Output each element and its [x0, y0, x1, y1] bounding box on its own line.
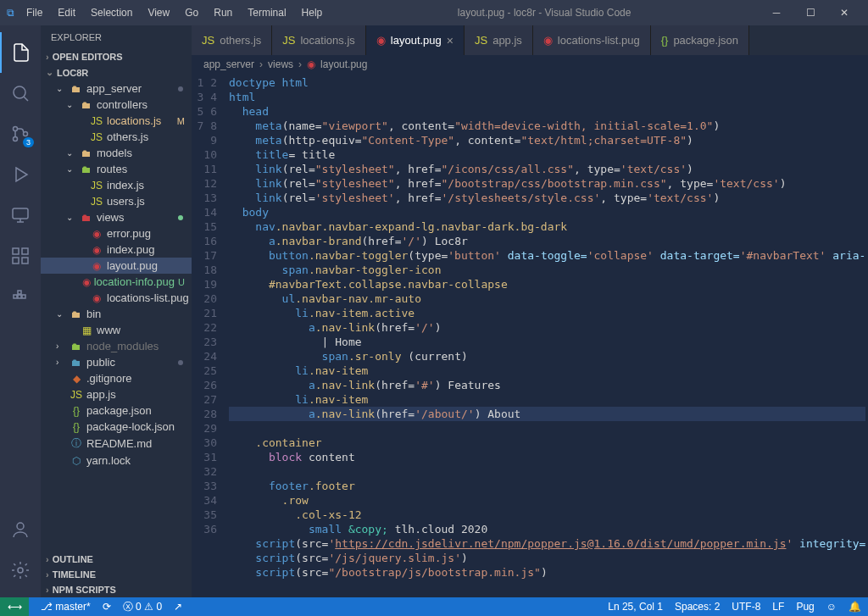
menu-edit[interactable]: Edit — [51, 3, 82, 22]
file-www[interactable]: ▦www — [41, 322, 192, 338]
tab-locations-js[interactable]: JSlocations.js — [272, 25, 365, 55]
search-icon[interactable] — [0, 73, 41, 114]
svg-rect-9 — [14, 295, 17, 298]
menu-selection[interactable]: Selection — [84, 3, 139, 22]
folder-public[interactable]: ›🖿public — [41, 354, 192, 370]
svg-rect-12 — [22, 295, 25, 298]
tab-locations-list-pug[interactable]: ◉locations-list.pug — [533, 25, 651, 55]
file-index-pug[interactable]: ◉index.pug — [41, 241, 192, 258]
code-content[interactable]: doctype html html head meta(name="viewpo… — [229, 74, 865, 597]
menu-run[interactable]: Run — [207, 3, 239, 22]
eol[interactable]: LF — [772, 601, 784, 613]
titlebar: ⧉ File Edit Selection View Go Run Termin… — [0, 0, 868, 25]
file-others-js[interactable]: JSothers.js — [41, 129, 192, 145]
accounts-icon[interactable] — [0, 509, 41, 550]
sidebar: EXPLORER ›OPEN EDITORS ⌄LOC8R ⌄🖿app_serv… — [41, 25, 192, 597]
folder-models[interactable]: ⌄🖿models — [41, 145, 192, 161]
maximize-button[interactable]: ☐ — [793, 0, 827, 25]
folder-routes[interactable]: ⌄🖿routes — [41, 161, 192, 177]
close-button[interactable]: ✕ — [827, 0, 861, 25]
sidebar-title: EXPLORER — [41, 25, 192, 49]
folder-node-modules[interactable]: ›🖿node_modules — [41, 338, 192, 354]
svg-rect-5 — [13, 248, 19, 254]
svg-rect-6 — [22, 248, 28, 254]
folder-controllers[interactable]: ⌄🖿controllers — [41, 97, 192, 113]
outline-section[interactable]: ›OUTLINE — [41, 552, 192, 567]
tab-app-js[interactable]: JSapp.js — [465, 25, 533, 55]
svg-rect-10 — [18, 295, 21, 298]
file-users-js[interactable]: JSusers.js — [41, 193, 192, 209]
settings-gear-icon[interactable] — [0, 550, 41, 591]
file-layout-pug[interactable]: ◉layout.pug — [41, 258, 192, 274]
editor-tabs: JSothers.js JSlocations.js ◉layout.pug× … — [192, 25, 868, 55]
source-control-icon[interactable]: 3 — [0, 114, 41, 154]
svg-point-13 — [17, 523, 24, 530]
breadcrumb[interactable]: app_server› views› ◉layout.pug — [192, 55, 868, 74]
editor-area: JSothers.js JSlocations.js ◉layout.pug× … — [192, 25, 868, 597]
menu-view[interactable]: View — [141, 3, 176, 22]
sync-icon[interactable]: ⟳ — [103, 601, 111, 613]
svg-rect-11 — [18, 291, 21, 294]
minimize-button[interactable]: ─ — [760, 0, 793, 25]
svg-point-2 — [14, 137, 18, 142]
remote-explorer-icon[interactable] — [0, 195, 41, 236]
git-branch[interactable]: ⎇ master* — [41, 601, 91, 613]
file-locations-js[interactable]: JSlocations.jsM — [41, 113, 192, 129]
file-yarn-lock[interactable]: ⬡yarn.lock — [41, 452, 192, 469]
encoding[interactable]: UTF-8 — [732, 601, 760, 613]
menu-help[interactable]: Help — [295, 3, 330, 22]
svg-point-1 — [14, 127, 18, 131]
svg-rect-4 — [13, 208, 28, 219]
folder-bin[interactable]: ⌄🖿bin — [41, 306, 192, 322]
tab-layout-pug[interactable]: ◉layout.pug× — [366, 25, 465, 55]
open-editors-section[interactable]: ›OPEN EDITORS — [41, 49, 192, 64]
file-tree: ⌄🖿app_server ⌄🖿controllers JSlocations.j… — [41, 80, 192, 552]
window-title: layout.pug - loc8r - Visual Studio Code — [329, 7, 760, 19]
run-debug-icon[interactable] — [0, 154, 41, 195]
file-package-lock[interactable]: {}package-lock.json — [41, 419, 192, 435]
svg-rect-8 — [22, 258, 28, 264]
remote-indicator[interactable]: ⟷ — [0, 597, 29, 616]
tab-package-json[interactable]: {}package.json — [651, 25, 749, 55]
timeline-section[interactable]: ›TIMELINE — [41, 567, 192, 582]
notifications-icon[interactable]: 🔔 — [849, 601, 861, 613]
folder-views[interactable]: ⌄🖿views — [41, 209, 192, 225]
file-location-info-pug[interactable]: ◉location-info.pugU — [41, 274, 192, 290]
line-numbers: 1 2 3 4 5 6 7 8 9 10 11 12 13 14 15 16 1… — [192, 74, 229, 597]
status-bar: ⟷ ⎇ master* ⟳ ⓧ 0 ⚠ 0 ↗ Ln 25, Col 1 Spa… — [0, 597, 868, 616]
menu-go[interactable]: Go — [178, 3, 205, 22]
menu-bar: File Edit Selection View Go Run Terminal… — [19, 3, 329, 22]
folder-app-server[interactable]: ⌄🖿app_server — [41, 80, 192, 97]
explorer-icon[interactable] — [0, 32, 41, 73]
code-editor[interactable]: 1 2 3 4 5 6 7 8 9 10 11 12 13 14 15 16 1… — [192, 74, 868, 597]
file-error-pug[interactable]: ◉error.pug — [41, 225, 192, 241]
file-readme[interactable]: ⓘREADME.md — [41, 435, 192, 452]
tab-others-js[interactable]: JSothers.js — [192, 25, 272, 55]
feedback-icon[interactable]: ☺ — [826, 601, 837, 613]
activity-bar: 3 — [0, 25, 41, 597]
project-section[interactable]: ⌄LOC8R — [41, 64, 192, 80]
docker-icon[interactable] — [0, 276, 41, 317]
scm-badge: 3 — [23, 137, 34, 147]
problems-indicator[interactable]: ⓧ 0 ⚠ 0 — [123, 600, 162, 614]
file-package-json[interactable]: {}package.json — [41, 402, 192, 419]
file-app-js[interactable]: JSapp.js — [41, 386, 192, 402]
live-share-icon[interactable]: ↗ — [174, 601, 182, 613]
svg-rect-7 — [13, 258, 19, 264]
file-gitignore[interactable]: ◆.gitignore — [41, 370, 192, 386]
file-index-js[interactable]: JSindex.js — [41, 177, 192, 193]
language-mode[interactable]: Pug — [796, 601, 814, 613]
extensions-icon[interactable] — [0, 236, 41, 276]
svg-point-0 — [14, 86, 25, 98]
file-locations-list-pug[interactable]: ◉locations-list.pug — [41, 290, 192, 306]
npm-scripts-section[interactable]: ›NPM SCRIPTS — [41, 582, 192, 597]
menu-terminal[interactable]: Terminal — [241, 3, 292, 22]
indentation[interactable]: Spaces: 2 — [675, 601, 720, 613]
svg-point-14 — [18, 568, 23, 573]
svg-point-3 — [24, 132, 28, 136]
cursor-position[interactable]: Ln 25, Col 1 — [608, 601, 663, 613]
menu-file[interactable]: File — [19, 3, 49, 22]
close-icon[interactable]: × — [447, 34, 453, 47]
vscode-icon: ⧉ — [7, 7, 14, 19]
